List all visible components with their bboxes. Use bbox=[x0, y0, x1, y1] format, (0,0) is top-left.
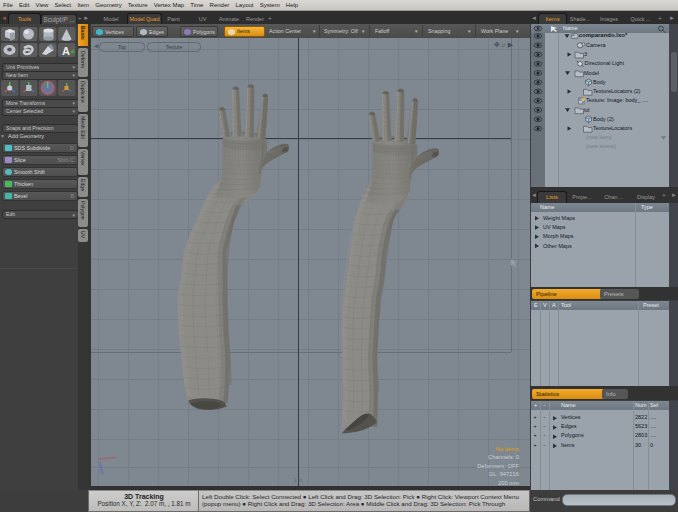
svg-text:A: A bbox=[62, 45, 70, 57]
